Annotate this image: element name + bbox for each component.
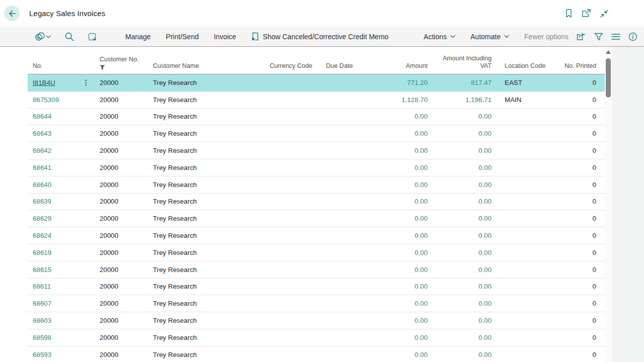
table-row[interactable]: 68629 ⋮ 20000 Trey Research 0.00 0.00 0 <box>28 210 605 227</box>
table-row[interactable]: 68615 ⋮ 20000 Trey Research 0.00 0.00 0 <box>28 261 605 279</box>
customer-no-value[interactable]: 20000 <box>100 334 118 341</box>
column-header-location-code[interactable]: Location Code <box>504 62 552 74</box>
table-row[interactable]: 68593 ⋮ 20000 Trey Research 0.00 0.00 0 <box>28 346 605 362</box>
customer-no-value[interactable]: 20000 <box>100 79 118 86</box>
customer-no-value[interactable]: 20000 <box>100 232 118 239</box>
fewer-options-button[interactable]: Fewer options <box>517 27 576 47</box>
amount-incl-vat-link[interactable]: 0.00 <box>478 198 492 205</box>
invoice-no-link[interactable]: I81B4U <box>33 79 55 86</box>
invoice-no-link[interactable]: 68603 <box>33 317 51 324</box>
amount-incl-vat-link[interactable]: 0.00 <box>478 181 492 189</box>
customer-no-value[interactable]: 20000 <box>100 164 118 171</box>
amount-incl-vat-link[interactable]: 0.00 <box>478 334 492 341</box>
amount-link[interactable]: 0.00 <box>415 300 428 307</box>
filter-icon[interactable] <box>594 33 603 41</box>
views-icon[interactable] <box>34 31 51 42</box>
table-row[interactable]: 68643 ⋮ 20000 Trey Research 0.00 0.00 0 <box>28 125 605 142</box>
invoice-no-link[interactable]: 8675309 <box>33 96 59 104</box>
table-row[interactable]: 68639 ⋮ 20000 Trey Research 0.00 0.00 0 <box>28 194 605 211</box>
column-header-no[interactable]: No. <box>28 62 96 74</box>
amount-incl-vat-link[interactable]: 0.00 <box>478 351 492 358</box>
show-canceled-credit-memo-button[interactable]: Show Canceled/Corrective Credit Memo <box>244 27 396 47</box>
table-row[interactable]: I81B4U ⋮ 20000 Trey Research 771.20 817.… <box>28 74 605 92</box>
column-header-amount[interactable]: Amount <box>367 62 440 74</box>
scroll-up-arrow[interactable] <box>606 50 611 54</box>
manage-button[interactable]: Manage <box>118 27 158 47</box>
table-row[interactable]: 68598 ⋮ 20000 Trey Research 0.00 0.00 0 <box>28 329 605 346</box>
list-view-icon[interactable] <box>611 33 620 40</box>
amount-incl-vat-link[interactable]: 0.00 <box>478 249 492 256</box>
amount-incl-vat-link[interactable]: 1,196.71 <box>465 96 492 104</box>
invoice-no-link[interactable]: 68642 <box>33 147 51 154</box>
invoice-no-link[interactable]: 68641 <box>33 164 51 171</box>
amount-incl-vat-link[interactable]: 0.00 <box>478 147 492 154</box>
amount-incl-vat-link[interactable]: 0.00 <box>478 113 492 120</box>
invoice-no-link[interactable]: 68593 <box>33 351 51 358</box>
invoice-no-link[interactable]: 68598 <box>33 334 51 341</box>
customer-no-value[interactable]: 20000 <box>100 130 118 137</box>
customer-no-value[interactable]: 20000 <box>100 198 118 205</box>
column-header-no-printed[interactable]: No. Printed <box>552 62 605 74</box>
amount-link[interactable]: 0.00 <box>415 113 428 120</box>
amount-link[interactable]: 0.00 <box>415 351 428 358</box>
amount-incl-vat-link[interactable]: 0.00 <box>478 164 492 171</box>
table-row[interactable]: 68644 ⋮ 20000 Trey Research 0.00 0.00 0 <box>28 109 605 126</box>
amount-link[interactable]: 0.00 <box>415 164 428 171</box>
row-context-menu-icon[interactable]: ⋮ <box>83 79 90 86</box>
analysis-mode-icon[interactable] <box>88 32 98 42</box>
actions-menu[interactable]: Actions <box>416 27 463 47</box>
amount-incl-vat-link[interactable]: 0.00 <box>478 283 492 290</box>
location-code-value[interactable]: MAIN <box>505 96 521 104</box>
table-row[interactable]: 68603 ⋮ 20000 Trey Research 0.00 0.00 0 <box>28 312 605 329</box>
table-row[interactable]: 68607 ⋮ 20000 Trey Research 0.00 0.00 0 <box>28 295 605 312</box>
print-send-button[interactable]: Print/Send <box>158 27 206 47</box>
table-row[interactable]: 68640 ⋮ 20000 Trey Research 0.00 0.00 0 <box>28 176 605 194</box>
column-header-currency-code[interactable]: Currency Code <box>266 62 317 74</box>
amount-link[interactable]: 0.00 <box>415 249 428 256</box>
amount-link[interactable]: 0.00 <box>415 181 428 189</box>
customer-no-value[interactable]: 20000 <box>100 300 118 307</box>
customer-no-value[interactable]: 20000 <box>100 96 118 104</box>
amount-incl-vat-link[interactable]: 0.00 <box>478 215 492 222</box>
share-icon[interactable] <box>576 32 586 41</box>
invoice-no-link[interactable]: 68644 <box>33 113 51 120</box>
amount-link[interactable]: 0.00 <box>415 283 428 290</box>
amount-incl-vat-link[interactable]: 0.00 <box>478 300 492 307</box>
invoice-no-link[interactable]: 68611 <box>33 283 51 290</box>
location-code-value[interactable]: EAST <box>505 79 522 86</box>
amount-link[interactable]: 0.00 <box>415 266 428 274</box>
amount-incl-vat-link[interactable]: 0.00 <box>478 317 492 324</box>
invoice-no-link[interactable]: 68643 <box>33 130 51 137</box>
invoice-no-link[interactable]: 68639 <box>33 198 51 205</box>
amount-link[interactable]: 0.00 <box>415 317 428 324</box>
invoice-no-link[interactable]: 68624 <box>33 232 51 239</box>
invoice-no-link[interactable]: 68629 <box>33 215 51 222</box>
invoice-no-link[interactable]: 68607 <box>33 300 51 307</box>
customer-no-value[interactable]: 20000 <box>100 215 118 222</box>
amount-link[interactable]: 771.20 <box>407 79 428 86</box>
amount-link[interactable]: 0.00 <box>415 232 428 239</box>
table-row[interactable]: 68624 ⋮ 20000 Trey Research 0.00 0.00 0 <box>28 227 605 244</box>
invoice-no-link[interactable]: 68640 <box>33 181 51 189</box>
amount-link[interactable]: 0.00 <box>415 198 428 205</box>
amount-link[interactable]: 0.00 <box>415 215 428 222</box>
table-row[interactable]: 68619 ⋮ 20000 Trey Research 0.00 0.00 0 <box>28 244 605 261</box>
customer-no-value[interactable]: 20000 <box>100 351 118 358</box>
customer-no-value[interactable]: 20000 <box>100 266 118 274</box>
amount-incl-vat-link[interactable]: 0.00 <box>478 130 492 137</box>
info-icon[interactable] <box>628 32 637 41</box>
amount-link[interactable]: 0.00 <box>415 130 428 137</box>
automate-menu[interactable]: Automate <box>463 27 517 47</box>
table-row[interactable]: 68642 ⋮ 20000 Trey Research 0.00 0.00 0 <box>28 142 605 159</box>
amount-link[interactable]: 1,128.70 <box>401 96 428 104</box>
customer-no-value[interactable]: 20000 <box>100 147 118 154</box>
amount-link[interactable]: 0.00 <box>415 334 428 341</box>
search-icon[interactable] <box>64 32 74 42</box>
scrollbar-thumb[interactable] <box>606 58 611 98</box>
invoice-no-link[interactable]: 68619 <box>33 249 51 256</box>
back-button[interactable] <box>4 6 20 21</box>
column-header-due-date[interactable]: Due Date <box>317 62 367 74</box>
open-in-new-window-icon[interactable] <box>582 9 591 18</box>
table-row[interactable]: 68611 ⋮ 20000 Trey Research 0.00 0.00 0 <box>28 279 605 296</box>
amount-link[interactable]: 0.00 <box>415 147 428 154</box>
